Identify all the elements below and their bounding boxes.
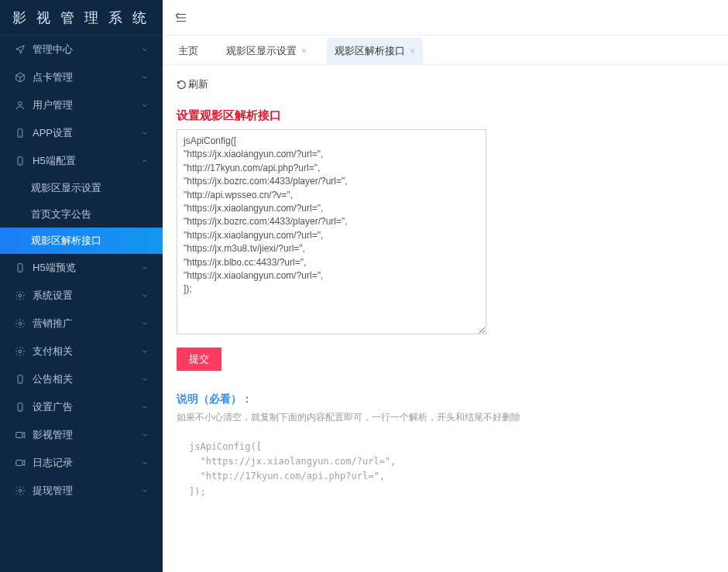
chevron-down-icon [139, 487, 150, 495]
chevron-down-icon [139, 101, 150, 109]
sidebar-item-label: 日志记录 [33, 456, 139, 470]
gear-icon [12, 346, 28, 357]
sidebar-item-6[interactable]: 系统设置 [0, 282, 163, 310]
sidebar-item-label: 系统设置 [33, 289, 139, 303]
sidebar-item-2[interactable]: 用户管理 [0, 91, 163, 119]
sidebar-item-9[interactable]: 公告相关 [0, 365, 163, 393]
chevron-down-icon [139, 375, 150, 383]
chevron-down-icon [139, 320, 150, 327]
tab-2[interactable]: 观影区解析接口× [327, 38, 423, 64]
brand-title: 影 视 管 理 系 统 [0, 0, 163, 36]
chevron-down-icon [139, 74, 150, 81]
sidebar-item-label: H5端预览 [33, 261, 139, 275]
phone-icon [12, 262, 28, 273]
svg-point-7 [19, 294, 22, 297]
chevron-down-icon [139, 431, 150, 439]
sidebar-subitem-4-1[interactable]: 首页文字公告 [0, 201, 163, 228]
phone-icon [12, 156, 28, 166]
sidebar-item-7[interactable]: 营销推广 [0, 310, 163, 337]
sidebar-item-label: H5端配置 [33, 154, 139, 168]
sidebar-item-label: 影视管理 [33, 428, 139, 442]
sidebar-subitem-4-0[interactable]: 观影区显示设置 [0, 175, 163, 201]
collapse-sidebar-button[interactable] [170, 7, 192, 29]
sidebar-item-label: 点卡管理 [33, 70, 139, 84]
sidebar-item-10[interactable]: 设置广告 [0, 393, 163, 421]
chevron-down-icon [139, 46, 150, 53]
sidebar-item-12[interactable]: 日志记录 [0, 449, 163, 477]
topbar [163, 0, 728, 36]
tab-label: 观影区显示设置 [226, 44, 297, 58]
example-code-block: jsApiConfig([ "https://jx.xiaolangyun.co… [177, 435, 714, 504]
sidebar-item-label: 营销推广 [33, 317, 139, 331]
sidebar-item-label: 提现管理 [33, 484, 139, 498]
svg-rect-14 [16, 433, 22, 438]
tab-label: 观影区解析接口 [335, 44, 405, 58]
sidebar-item-8[interactable]: 支付相关 [0, 337, 163, 365]
sidebar-item-label: APP设置 [33, 126, 139, 140]
chevron-down-icon [139, 403, 150, 411]
tab-0[interactable]: 主页 [170, 38, 206, 64]
main-area: 主页观影区显示设置×观影区解析接口× 刷新 设置观影区解析接口 提交 说明（必看… [163, 0, 728, 572]
svg-point-16 [19, 489, 22, 492]
refresh-button[interactable]: 刷新 [177, 73, 208, 96]
sidebar-item-label: 管理中心 [33, 43, 139, 57]
svg-point-0 [19, 101, 22, 105]
svg-point-8 [19, 322, 22, 325]
sidebar-item-1[interactable]: 点卡管理 [0, 63, 163, 91]
sidebar-item-label: 支付相关 [33, 344, 139, 358]
phone-icon [12, 402, 28, 413]
gear-icon [12, 290, 28, 301]
section-title: 设置观影区解析接口 [177, 108, 714, 123]
chevron-down-icon [139, 348, 150, 355]
gear-icon [12, 485, 28, 496]
phone-icon [12, 374, 28, 385]
collapse-icon [174, 11, 188, 25]
chevron-down-icon [139, 129, 150, 137]
sidebar-item-label: 设置广告 [33, 400, 139, 414]
chevron-down-icon [139, 459, 150, 467]
tab-label: 主页 [178, 44, 198, 58]
chevron-down-icon [139, 264, 150, 272]
svg-rect-15 [16, 461, 22, 466]
note-title: 说明（必看）： [177, 392, 714, 406]
sidebar-item-0[interactable]: 管理中心 [0, 36, 163, 63]
video-icon [12, 457, 28, 468]
sidebar-item-4[interactable]: H5端配置 [0, 147, 163, 175]
chevron-down-icon [139, 292, 150, 300]
sidebar-item-11[interactable]: 影视管理 [0, 421, 163, 449]
send-icon [12, 44, 28, 55]
user-icon [12, 100, 28, 111]
sidebar: 影 视 管 理 系 统 管理中心点卡管理用户管理APP设置H5端配置观影区显示设… [0, 0, 163, 572]
gear-icon [12, 318, 28, 329]
tabs-bar: 主页观影区显示设置×观影区解析接口× [163, 36, 728, 65]
sidebar-item-3[interactable]: APP设置 [0, 119, 163, 147]
video-icon [12, 430, 28, 440]
submit-button[interactable]: 提交 [177, 348, 221, 371]
sidebar-item-label: 用户管理 [33, 98, 139, 112]
sidebar-item-label: 公告相关 [33, 372, 139, 386]
chevron-up-icon [139, 157, 150, 165]
sidebar-item-5[interactable]: H5端预览 [0, 254, 163, 282]
cube-icon [12, 72, 28, 83]
note-description: 如果不小心清空，就复制下面的内容配置即可，一行一个解析，开头和结尾不好删除 [177, 411, 714, 424]
sidebar-subitem-4-2[interactable]: 观影区解析接口 [0, 228, 163, 254]
sidebar-menu: 管理中心点卡管理用户管理APP设置H5端配置观影区显示设置首页文字公告观影区解析… [0, 36, 163, 505]
sidebar-item-13[interactable]: 提现管理 [0, 477, 163, 505]
tab-1[interactable]: 观影区显示设置× [218, 38, 314, 64]
close-icon[interactable]: × [301, 46, 307, 57]
refresh-label: 刷新 [188, 77, 208, 91]
close-icon[interactable]: × [410, 46, 415, 57]
phone-icon [12, 128, 28, 139]
svg-point-9 [19, 350, 22, 353]
config-textarea[interactable] [177, 129, 486, 334]
refresh-icon [177, 80, 187, 90]
content-area: 刷新 设置观影区解析接口 提交 说明（必看）： 如果不小心清空，就复制下面的内容… [163, 65, 728, 572]
